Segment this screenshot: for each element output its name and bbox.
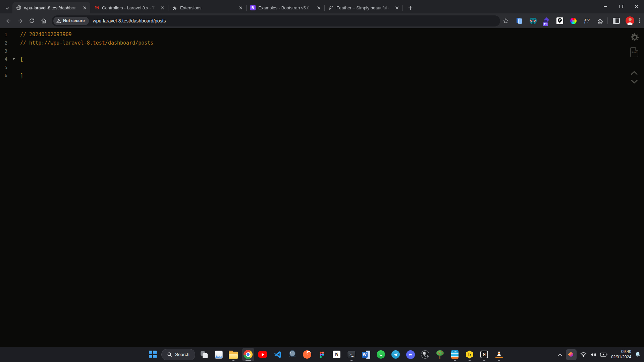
tray-time: 09:40 — [611, 349, 631, 355]
font-finder-extension-icon[interactable]: ƒ? — [583, 17, 591, 25]
vscode-app[interactable] — [272, 348, 284, 361]
terminal-app[interactable]: >_ — [345, 348, 358, 361]
running-indicator — [232, 360, 234, 361]
side-panel-button[interactable] — [610, 15, 622, 26]
chrome-app[interactable] — [242, 348, 254, 361]
postman-app[interactable] — [301, 348, 313, 361]
hidden-icons-chevron[interactable] — [558, 353, 562, 356]
tab-separator — [402, 5, 403, 11]
file-explorer-app[interactable] — [227, 348, 239, 361]
new-tab-button[interactable] — [406, 3, 415, 12]
file-explorer-icon — [229, 352, 238, 359]
home-button[interactable] — [38, 15, 49, 26]
code-line: 1 // 20240102093909 — [0, 31, 644, 39]
browser-menu-button[interactable] — [638, 17, 641, 24]
flame-tray-app[interactable] — [566, 349, 577, 360]
raw-document-button[interactable]: RAW — [630, 47, 638, 57]
taskbar-search[interactable]: Search — [161, 349, 195, 360]
back-button[interactable] — [3, 15, 14, 26]
tab-title: Feather – Simply beautiful open — [336, 5, 391, 10]
active-indicator — [246, 360, 251, 361]
json-viewer-content: 1 // 20240102093909 2 // http://wpu-lara… — [0, 28, 644, 347]
home-icon — [41, 18, 47, 24]
obs-app[interactable] — [419, 348, 431, 361]
task-view-button[interactable] — [198, 348, 210, 361]
fold-gutter — [7, 58, 20, 60]
telegram-app[interactable] — [390, 348, 402, 361]
tab-dashboard-posts[interactable]: wpu-laravel-8.test/dashboard/po — [12, 2, 90, 13]
notion-app[interactable]: N — [331, 348, 343, 361]
extensions-menu-button[interactable] — [596, 17, 604, 25]
tab-extensions[interactable]: Extensions — [168, 2, 246, 13]
book-page-front — [518, 18, 522, 24]
collapse-caret-icon[interactable] — [12, 58, 15, 60]
reload-button[interactable] — [26, 15, 38, 26]
volume-icon[interactable] — [590, 352, 596, 357]
tab-feather-icons[interactable]: Feather – Simply beautiful open — [325, 2, 402, 13]
chevron-down-icon — [5, 6, 9, 10]
battery-icon[interactable] — [600, 352, 607, 357]
laragon-app[interactable] — [434, 348, 446, 361]
search-label: Search — [175, 352, 190, 357]
youtube-app[interactable] — [257, 348, 269, 361]
ip-pin-label: IP — [558, 18, 562, 22]
word-app[interactable]: W — [360, 348, 372, 361]
notion-cube-app[interactable]: N — [478, 348, 490, 361]
notepad-app[interactable] — [449, 348, 461, 361]
scroll-up-chevron[interactable] — [631, 71, 638, 75]
word-icon: W — [362, 351, 371, 359]
minimize-icon — [604, 6, 607, 7]
postgresql-app[interactable] — [286, 348, 299, 361]
warning-triangle-icon — [56, 19, 61, 23]
bootstrap-icon: B — [250, 5, 256, 11]
taskbar: Search — [0, 347, 644, 362]
start-button[interactable] — [147, 348, 159, 361]
profile-avatar[interactable] — [626, 16, 634, 25]
photos-icon — [215, 351, 223, 359]
purple-stack-extension-icon[interactable]: 11 — [542, 17, 550, 25]
tab-laravel-docs[interactable]: Controllers - Laravel 8.x - The PH — [90, 2, 168, 13]
restore-button[interactable] — [613, 0, 629, 13]
beekeeper-app[interactable]: b — [464, 348, 476, 361]
close-tab-icon[interactable] — [316, 5, 322, 11]
color-wheel-extension-icon[interactable] — [569, 17, 577, 25]
tab-search-button[interactable] — [3, 4, 12, 13]
security-chip-label: Not secure — [63, 18, 85, 23]
goggles-mouth — [532, 22, 534, 24]
tab-bootstrap-examples[interactable]: B Examples · Bootstrap v5.0 — [247, 2, 324, 13]
notification-bell-icon[interactable] — [635, 351, 641, 358]
youtube-icon — [258, 351, 267, 358]
close-tab-icon[interactable] — [237, 5, 244, 11]
figma-app[interactable] — [316, 348, 328, 361]
bookmark-button[interactable] — [501, 16, 510, 25]
taskbar-clock[interactable]: 09:40 02/01/2024 — [611, 349, 631, 360]
vlc-app[interactable] — [493, 348, 505, 361]
close-button[interactable] — [629, 0, 644, 13]
chrome-icon — [244, 350, 253, 359]
settings-gear-icon[interactable] — [629, 32, 640, 43]
close-tab-icon[interactable] — [159, 5, 165, 11]
discord-app[interactable] — [405, 348, 417, 361]
address-bar[interactable]: Not secure wpu-laravel-8.test/dashboard/… — [52, 15, 500, 26]
url-text[interactable]: wpu-laravel-8.test/dashboard/posts — [93, 18, 495, 23]
security-chip[interactable]: Not secure — [53, 17, 89, 25]
forward-button[interactable] — [14, 15, 26, 26]
line-number: 3 — [0, 48, 7, 54]
toolbar-divider — [607, 17, 608, 24]
photos-app[interactable] — [213, 348, 225, 361]
scroll-down-chevron[interactable] — [631, 79, 638, 84]
obs-icon — [421, 350, 429, 359]
close-tab-icon[interactable] — [82, 5, 88, 11]
puzzle-icon — [172, 5, 177, 11]
blue-book-extension-icon[interactable] — [516, 17, 524, 25]
code-line: 4 [ — [0, 55, 644, 63]
minimize-button[interactable] — [598, 0, 613, 13]
whatsapp-app[interactable] — [375, 348, 387, 361]
ip-pin-extension-icon[interactable]: IP — [556, 17, 564, 25]
tree-icon — [436, 350, 444, 359]
close-tab-icon[interactable] — [394, 5, 400, 11]
goggles-extension-icon[interactable] — [529, 17, 537, 25]
wifi-icon[interactable] — [580, 352, 587, 357]
search-icon — [167, 352, 172, 357]
code-text: // http://wpu-laravel-8.test/dashboard/p… — [20, 40, 153, 46]
